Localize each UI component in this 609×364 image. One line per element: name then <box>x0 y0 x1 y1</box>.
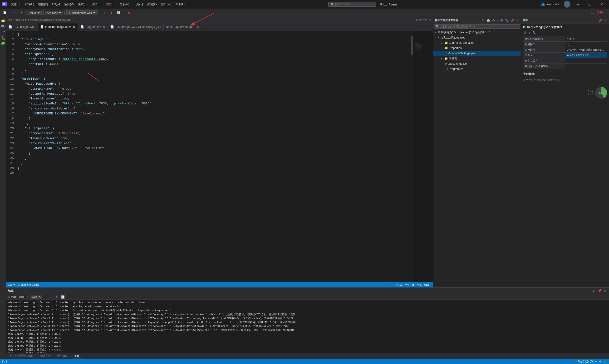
undo-btn[interactable]: ↩ <box>12 11 17 15</box>
user-avatar[interactable]: 👤 <box>564 1 570 8</box>
output-source-select[interactable]: 调试 <box>30 295 42 299</box>
search-icon: 🔍 <box>330 3 334 6</box>
status-ime-btn[interactable]: 中· <box>599 360 602 363</box>
run-button[interactable]: ▶ RazorPages.web ▼ <box>66 10 98 15</box>
debug-config-dropdown[interactable]: Debug ▼ <box>27 11 42 15</box>
redo-btn[interactable]: ↪ <box>18 11 24 15</box>
tree-dependencies[interactable]: ▶ 📁 依赖项 <box>433 56 521 61</box>
live-share-button[interactable]: 👥 Live Share <box>539 1 562 7</box>
prop-tools-btn[interactable]: 🔧 <box>531 31 537 35</box>
title-bar-center: 🔍 RazorPages <box>328 2 397 7</box>
editor-output-area: 架构: https://json.schemastore.org/launchs… <box>6 17 609 359</box>
output-up-btn[interactable]: ▲ <box>591 289 596 293</box>
tab-close-1[interactable]: ✕ <box>73 25 75 29</box>
menu-file[interactable]: 文件(F) <box>9 1 22 7</box>
output-actions: ▲ 📌 ✕ <box>591 289 607 293</box>
menu-test[interactable]: 测试(S) <box>104 1 117 7</box>
prop-pin-btn[interactable]: 📌 <box>598 18 603 22</box>
explorer-search[interactable]: 🔍 <box>434 24 520 28</box>
restart-btn[interactable]: 🔄 <box>115 11 122 15</box>
menu-debug[interactable]: 调试(D) <box>90 1 104 7</box>
prop-list-btn[interactable]: ☰ <box>523 31 527 35</box>
tree-connected-services[interactable]: ▶ 📁 Connected Services <box>433 40 521 45</box>
se-home-btn[interactable]: 🏠 <box>486 18 491 22</box>
menu-view[interactable]: 视图(V) <box>36 1 50 7</box>
code-area[interactable]: { "iisSettings": { "windowsAuthenticatio… <box>16 31 411 282</box>
pause-btn[interactable]: ⏸ <box>102 11 107 15</box>
search-box[interactable]: 🔍 <box>328 2 376 7</box>
output-pin-btn[interactable]: 📌 <box>597 289 602 293</box>
appsettings-icon: ⚙ <box>444 62 447 65</box>
output-tab-pkgmgr[interactable]: 程序包管理器控制台 <box>8 353 36 359</box>
maximize-button[interactable]: ☐ <box>584 0 595 9</box>
menu-window[interactable]: 窗口(W) <box>159 1 173 7</box>
se-settings-btn[interactable]: ⊞ <box>500 18 504 22</box>
output-tab-output[interactable]: 输出 <box>73 353 82 359</box>
status-lang-btn[interactable]: 中 <box>595 360 597 363</box>
tab-razorpages-web[interactable]: 📄 RazorPages.web <box>6 23 38 31</box>
explorer-search-input[interactable] <box>440 25 519 28</box>
toolbar-sep-6 <box>124 11 124 15</box>
output-src-btn-3[interactable]: ⊘ <box>55 295 59 299</box>
tree-appsettings[interactable]: ⚙ appsettings.json <box>433 61 521 66</box>
tab-programcs[interactable]: 📄 Program.cs* ✕ <box>78 23 108 31</box>
menu-edit[interactable]: 编辑(E) <box>23 1 36 7</box>
prop-sort-btn[interactable]: ↕ <box>528 31 531 35</box>
menu-help[interactable]: 帮助(H) <box>174 1 187 7</box>
tab-launchsettings[interactable]: 📄 launchSettings.json* ✕ <box>38 23 78 31</box>
selection-box-title: 选项卡 ◈ <box>416 18 427 22</box>
output-panel: 输出 ▲ 📌 ✕ 显示输出来源(S): 调试 ☰ ↓ <box>6 287 609 359</box>
editor-area: 架构: https://json.schemastore.org/launchs… <box>6 17 433 287</box>
search-input[interactable] <box>335 3 371 6</box>
editor-scrollbar[interactable] <box>411 31 414 282</box>
tab-close-4[interactable]: ✕ <box>196 25 199 29</box>
output-tab-errorlist[interactable]: 错误列表 <box>38 353 52 359</box>
se-sync-btn[interactable]: ⟳ <box>481 18 485 22</box>
status-char: 字符: 41 <box>405 283 414 287</box>
close-button[interactable]: ✕ <box>596 0 607 9</box>
status-add-source[interactable]: ➕ 添加到源代码 <box>574 360 594 363</box>
prop-close-btn[interactable]: ✕ <box>604 18 608 22</box>
tree-launchsettings[interactable]: ⚙ launchSettings.json <box>433 51 521 56</box>
scrollbar-thumb[interactable] <box>411 36 413 55</box>
tree-properties[interactable]: ▼ 📁 Properties <box>433 45 521 51</box>
close-panel-btn[interactable]: ✕ <box>516 18 519 22</box>
mini-map: {iisSettings: {windowsAuth...anonymousAu… <box>414 31 433 282</box>
platform-dropdown[interactable]: Any CPU ▼ <box>45 11 63 15</box>
se-expand-btn[interactable]: ↕ <box>496 18 499 22</box>
stop-btn[interactable]: ⏹ <box>108 11 115 15</box>
tree-programcs[interactable]: C# Program.cs <box>433 66 521 72</box>
pin-btn[interactable]: 📌 <box>510 18 515 22</box>
tab-globalusings[interactable]: 📄 RazorPages.web.GlobalUsings.g.cs <box>108 23 163 31</box>
menu-extensions[interactable]: 扩展(X) <box>145 1 159 7</box>
menu-analyze[interactable]: 分析(N) <box>118 1 131 7</box>
menu-tools[interactable]: 工具(T) <box>131 1 145 7</box>
output-src-btn-4[interactable]: 🔄 <box>60 295 65 299</box>
file-path-close-btn[interactable]: ✕ <box>429 18 431 21</box>
editor-content[interactable]: 1234567891011121314151617181920212223242… <box>6 31 433 282</box>
output-close-btn[interactable]: ✕ <box>603 289 607 293</box>
tree-project[interactable]: ▼ ◻ RazorPages.web <box>433 35 521 40</box>
se-filter-btn[interactable]: ⚙ <box>492 18 496 22</box>
bookmark-btn[interactable]: 🔖 <box>126 11 132 15</box>
se-wrench-btn[interactable]: 🔧 <box>504 18 509 22</box>
output-tab-immediate[interactable]: 即时窗口 <box>55 353 70 359</box>
tab-overview[interactable]: RazorPages.web: 概述 ✕ <box>164 23 202 31</box>
activity-extensions[interactable]: 🧩 <box>0 41 6 46</box>
activity-search[interactable]: 🔍 <box>0 24 6 29</box>
activity-explorer[interactable]: 📁 <box>0 18 6 23</box>
minimize-button[interactable]: ─ <box>572 0 583 9</box>
menu-build[interactable]: 生成(B) <box>76 1 90 7</box>
tab-label-4: RazorPages.web: 概述 <box>166 25 195 29</box>
menu-project[interactable]: 项目(P) <box>62 1 76 7</box>
menu-git[interactable]: Git(G) <box>50 1 62 7</box>
output-src-btn-2[interactable]: ↓ <box>52 295 54 299</box>
tree-solution-root[interactable]: ▼ ⊞ 解决方案'RazorPages'(1 个项目/共 1 个) <box>433 30 521 35</box>
properties-icon: 📁 <box>444 46 448 50</box>
activity-git[interactable]: ⎇ <box>0 29 6 35</box>
activity-debug[interactable]: 🐛 <box>0 35 6 40</box>
output-src-btn-1[interactable]: ☰ <box>46 295 51 299</box>
new-file-btn[interactable]: 📄 <box>1 11 8 15</box>
output-content[interactable]: Microsoft.Hosting.Lifetime: Information:… <box>6 300 609 353</box>
tab-close-2[interactable]: ✕ <box>103 25 105 29</box>
